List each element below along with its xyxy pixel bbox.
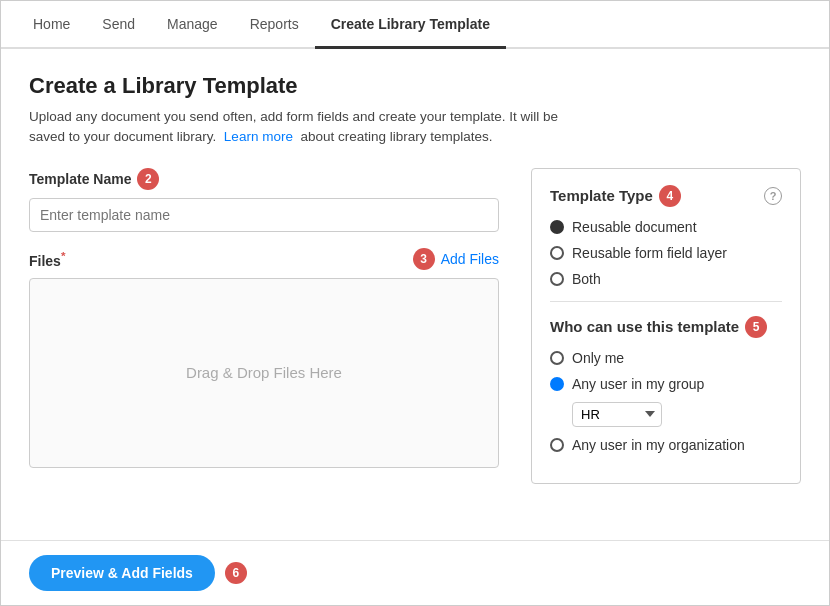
radio-reusable-doc[interactable]: Reusable document	[550, 219, 782, 235]
page-description: Upload any document you send often, add …	[29, 107, 801, 148]
nav-home[interactable]: Home	[17, 2, 86, 46]
app-container: Home Send Manage Reports Create Library …	[0, 0, 830, 606]
radio-both[interactable]: Both	[550, 271, 782, 287]
template-name-input[interactable]	[29, 198, 499, 232]
template-name-section: Template Name 2	[29, 168, 507, 232]
main-content: Create a Library Template Upload any doc…	[1, 49, 829, 540]
add-files-area: 3 Add Files	[413, 248, 499, 270]
page-title: Create a Library Template	[29, 73, 801, 99]
files-section: Files* 3 Add Files Drag & Drop Files Her…	[29, 248, 507, 468]
drop-zone-text: Drag & Drop Files Here	[186, 364, 342, 381]
radio-reusable-form-label: Reusable form field layer	[572, 245, 727, 261]
left-panel: Template Name 2 Files* 3 Add Files	[29, 168, 507, 484]
radio-any-org-circle	[550, 438, 564, 452]
nav-reports[interactable]: Reports	[234, 2, 315, 46]
radio-any-group[interactable]: Any user in my group	[550, 376, 782, 392]
step-3-badge: 3	[413, 248, 435, 270]
radio-any-org[interactable]: Any user in my organization	[550, 437, 782, 453]
radio-only-me[interactable]: Only me	[550, 350, 782, 366]
radio-both-circle	[550, 272, 564, 286]
who-title: Who can use this template 5	[550, 316, 782, 338]
radio-any-group-circle	[550, 377, 564, 391]
who-section: Who can use this template 5 Only me Any …	[550, 316, 782, 453]
radio-any-org-label: Any user in my organization	[572, 437, 745, 453]
step-6-badge: 6	[225, 562, 247, 584]
learn-more-link[interactable]: Learn more	[224, 129, 293, 144]
files-label: Files*	[29, 249, 65, 269]
group-dropdown-wrapper: HR Sales Marketing Engineering	[572, 402, 782, 427]
group-dropdown[interactable]: HR Sales Marketing Engineering	[572, 402, 662, 427]
description-text2: saved to your document library.	[29, 129, 216, 144]
radio-only-me-circle	[550, 351, 564, 365]
nav-create-library-template[interactable]: Create Library Template	[315, 2, 506, 49]
step-2-badge: 2	[137, 168, 159, 190]
right-panel: Template Type 4 ? Reusable document Reus…	[531, 168, 801, 484]
template-type-title: Template Type 4 ?	[550, 185, 782, 207]
radio-only-me-label: Only me	[572, 350, 624, 366]
radio-any-group-label: Any user in my group	[572, 376, 704, 392]
radio-reusable-form-circle	[550, 246, 564, 260]
template-name-label: Template Name 2	[29, 168, 507, 190]
preview-add-fields-button[interactable]: Preview & Add Fields	[29, 555, 215, 591]
drop-zone[interactable]: Drag & Drop Files Here	[29, 278, 499, 468]
help-icon[interactable]: ?	[764, 187, 782, 205]
description-text3: about creating library templates.	[297, 129, 493, 144]
radio-reusable-form[interactable]: Reusable form field layer	[550, 245, 782, 261]
divider	[550, 301, 782, 302]
footer-bar: Preview & Add Fields 6	[1, 540, 829, 605]
nav-manage[interactable]: Manage	[151, 2, 234, 46]
radio-reusable-doc-circle	[550, 220, 564, 234]
radio-both-label: Both	[572, 271, 601, 287]
files-header: Files* 3 Add Files	[29, 248, 499, 270]
radio-reusable-doc-label: Reusable document	[572, 219, 697, 235]
description-text1: Upload any document you send often, add …	[29, 109, 558, 124]
step-4-badge: 4	[659, 185, 681, 207]
nav-send[interactable]: Send	[86, 2, 151, 46]
content-layout: Template Name 2 Files* 3 Add Files	[29, 168, 801, 484]
template-name-text: Template Name	[29, 171, 131, 187]
nav-bar: Home Send Manage Reports Create Library …	[1, 1, 829, 49]
step-5-badge: 5	[745, 316, 767, 338]
add-files-link[interactable]: Add Files	[441, 251, 499, 267]
